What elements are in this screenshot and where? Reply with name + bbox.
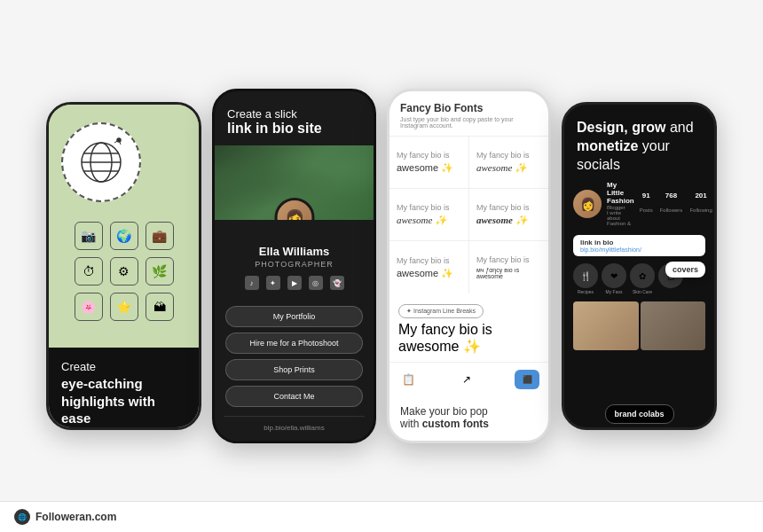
phone4-profile-mini: 👩 My Little Fashion Blogger I write abou… [564, 181, 714, 231]
font-cell-5: My fancy bio is awesome ✨ [389, 241, 468, 293]
font-cell-6: My fancy bio is мч ƒαηcу вıо ıs awesome [469, 241, 548, 293]
stat-followers-label: Followers [660, 207, 683, 213]
covers-badge: covers [665, 262, 705, 278]
copy-btn[interactable]: ⬛ [515, 370, 539, 389]
photo-cell-2 [641, 301, 706, 350]
font-sample-label-4: My fancy bio is [476, 203, 541, 212]
phone3-caption-prefix: with [400, 418, 422, 430]
phone-link-in-bio: Create a slick link in bio site 👩 Ella W… [212, 89, 376, 443]
phone2-profile-name: Ella Williams [224, 245, 365, 258]
stat-followers: 768 Followers [660, 192, 683, 215]
phone2-menu: My Portfolio Hire me for a Photoshoot Sh… [215, 306, 374, 407]
font-cell-wide: ✦ Instagram Line Breaks My fancy bio is … [389, 293, 548, 362]
menu-prints: Shop Prints [225, 359, 363, 380]
icon-label-favs: My Favs [606, 289, 623, 294]
phone2-header: Create a slick link in bio site [215, 91, 374, 145]
site-name: Followeran.com [35, 511, 116, 523]
font-sample-label-6: My fancy bio is [476, 255, 541, 264]
font-display-6: мч ƒαηcу вıо ıs awesome [476, 267, 541, 279]
phone4-stats: 91 Posts 768 Followers 201 Following [640, 192, 712, 215]
font-display-1: awesome ✨ [397, 162, 461, 174]
icon-col-recipes: 🍴 Recipes [573, 263, 598, 294]
icon-mountain: 🏔 [146, 293, 174, 321]
phone2-profile: Ella Williams PHOTOGRAPHER ♪ ✦ ▶ ◎ 👻 [215, 220, 374, 306]
icon-camera: 📷 [75, 222, 103, 250]
main-container: 📷 🌍 💼 ⏱ ⚙ 🌿 🌸 ⭐ 🏔 Create [0, 0, 763, 532]
font-sample-full: My fancy bio is awesome ✨ [398, 322, 539, 355]
icon-label-skincare: Skin Care [633, 289, 652, 294]
phone3-bottom: 📋 ↗ ⬛ [389, 362, 548, 396]
link-bio-box: link in bio blp.bio/mylittlefashion/ [573, 235, 705, 256]
phone-highlights: 📷 🌍 💼 ⏱ ⚙ 🌿 🌸 ⭐ 🏔 Create [46, 102, 201, 430]
font-cell-3: My fancy bio is awesome ✨ [389, 189, 468, 240]
menu-photoshoot: Hire me for a Photoshoot [225, 332, 363, 354]
stat-posts: 91 Posts [640, 192, 653, 215]
menu-portfolio: My Portfolio [225, 306, 363, 327]
icon-recipes: 🍴 [573, 263, 598, 288]
font-cell-4: My fancy bio is awesome ✨ [469, 189, 548, 240]
snapchat-icon: 👻 [330, 276, 344, 290]
phone2-header-regular: Create a slick [227, 107, 361, 121]
font-sample-label-5: My fancy bio is [397, 256, 461, 265]
phone4-mini-info: My Little Fashion Blogger I write about … [607, 181, 634, 226]
phone3-header: Fancy Bio Fonts Just type your bio and c… [389, 91, 548, 137]
font-sample-label-3: My fancy bio is [397, 203, 461, 212]
font-cell-1: My fancy bio is awesome ✨ [389, 137, 468, 188]
stat-followers-num: 768 [660, 192, 683, 200]
youtube-icon: ▶ [287, 276, 302, 290]
font-sample-label-2: My fancy bio is [476, 151, 541, 160]
icon-briefcase: 💼 [146, 222, 174, 250]
stat-following-label: Following [689, 207, 712, 213]
svg-point-5 [117, 138, 121, 142]
phone3-title: Fancy Bio Fonts [400, 102, 538, 114]
link-bio-label: link in bio [580, 239, 698, 246]
phone1-caption: Create eye-catching highlights with ease [49, 348, 199, 430]
phone-fonts: Fancy Bio Fonts Just type your bio and c… [387, 89, 551, 443]
icon-label-recipes: Recipes [578, 289, 594, 294]
phone2-cover: 👩 [215, 145, 374, 220]
phone2-profile-role: PHOTOGRAPHER [224, 260, 365, 269]
phone4-avatar: 👩 [573, 190, 602, 218]
photo-cell-1 [573, 301, 639, 350]
stat-following: 201 Following [689, 192, 712, 215]
icon-col-favs: ❤ My Favs [602, 263, 626, 294]
font-cell-2: My fancy bio is awesome ✨ [469, 137, 548, 188]
phones-row: 📷 🌍 💼 ⏱ ⚙ 🌿 🌸 ⭐ 🏔 Create [20, 71, 743, 461]
instagram-breaks-btn[interactable]: ✦ Instagram Line Breaks [398, 304, 484, 318]
icon-leaf: 🌿 [146, 257, 174, 286]
link-bio-url: blp.bio/mylittlefashion/ [580, 246, 698, 253]
stat-following-num: 201 [689, 192, 712, 200]
icon-clock: ⏱ [75, 257, 103, 286]
icon-favs: ❤ [602, 263, 626, 288]
icons-grid: 📷 🌍 💼 ⏱ ⚙ 🌿 🌸 ⭐ 🏔 [61, 213, 187, 330]
phone4-name: My Little Fashion [607, 181, 634, 205]
stat-posts-num: 91 [640, 192, 653, 200]
twitter-icon: ✦ [266, 276, 280, 290]
phone1-caption-regular: Create [61, 360, 186, 373]
phone1-caption-bold: eye-catching highlights with ease [61, 375, 186, 427]
phone3-subtitle: Just type your bio and copy paste to you… [400, 116, 538, 129]
bottom-bar: 🌐 Followeran.com [0, 501, 763, 532]
font-display-4: awesome ✨ [476, 215, 541, 226]
stat-posts-label: Posts [640, 207, 653, 213]
phone2-social-icons: ♪ ✦ ▶ ◎ 👻 [224, 276, 365, 290]
site-logo: 🌐 [14, 509, 30, 525]
phone4-desc: I write about Fashion & [607, 210, 634, 226]
phone-monetize: Design, grow and monetize your socials 👩… [562, 102, 717, 430]
fonts-grid: My fancy bio is awesome ✨ My fancy bio i… [389, 137, 548, 293]
phone1-top: 📷 🌍 💼 ⏱ ⚙ 🌿 🌸 ⭐ 🏔 [49, 105, 199, 348]
phone4-heading: Design, grow and monetize your socials [564, 105, 714, 181]
icon-col-skincare: ✿ Skin Care [630, 263, 655, 294]
download-icon: 📋 [398, 370, 418, 389]
phone2-url-bar: blp.bio/ella.williams [215, 407, 374, 441]
font-display-2: awesome ✨ [476, 162, 541, 174]
phone3-caption-regular: Make your bio pop [400, 405, 488, 418]
font-sample-label-1: My fancy bio is [397, 151, 461, 160]
phone3-caption-bold: custom fonts [422, 418, 489, 430]
menu-contact: Contact Me [225, 386, 363, 407]
instagram-icon: ◎ [309, 276, 323, 290]
phone3-bottom-icons: 📋 ↗ ⬛ [398, 370, 539, 389]
globe-icon [61, 122, 141, 202]
icon-star: ⭐ [110, 293, 138, 321]
share-icon: ↗ [457, 370, 476, 389]
